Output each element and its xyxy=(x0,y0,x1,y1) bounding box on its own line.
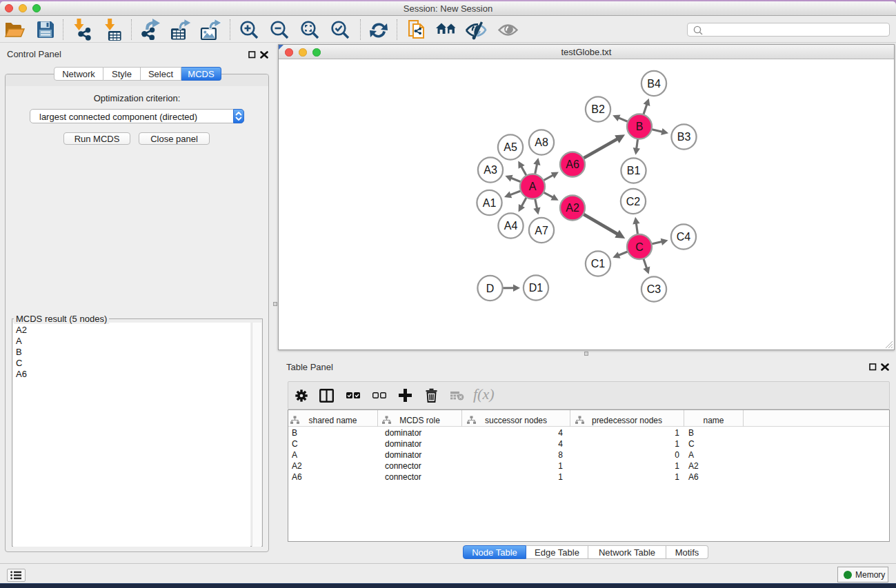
svg-text:C2: C2 xyxy=(626,196,641,207)
svg-text:D1: D1 xyxy=(529,282,544,294)
svg-text:A1: A1 xyxy=(483,197,497,209)
svg-text:C3: C3 xyxy=(647,283,661,295)
svg-text:A6: A6 xyxy=(566,159,579,170)
svg-text:B1: B1 xyxy=(627,165,641,176)
svg-text:C1: C1 xyxy=(591,258,606,270)
svg-text:B3: B3 xyxy=(677,131,691,143)
svg-text:A5: A5 xyxy=(504,141,517,153)
svg-text:A4: A4 xyxy=(504,220,518,232)
svg-text:A: A xyxy=(529,181,537,192)
svg-text:B4: B4 xyxy=(647,78,661,90)
svg-text:B: B xyxy=(636,121,644,132)
svg-text:B2: B2 xyxy=(591,103,605,115)
svg-text:D: D xyxy=(486,283,495,294)
svg-text:A2: A2 xyxy=(566,202,579,214)
svg-text:C4: C4 xyxy=(677,231,691,243)
svg-text:A8: A8 xyxy=(535,136,548,148)
svg-text:A7: A7 xyxy=(535,225,548,236)
svg-text:A3: A3 xyxy=(484,164,497,176)
svg-text:C: C xyxy=(635,241,644,253)
